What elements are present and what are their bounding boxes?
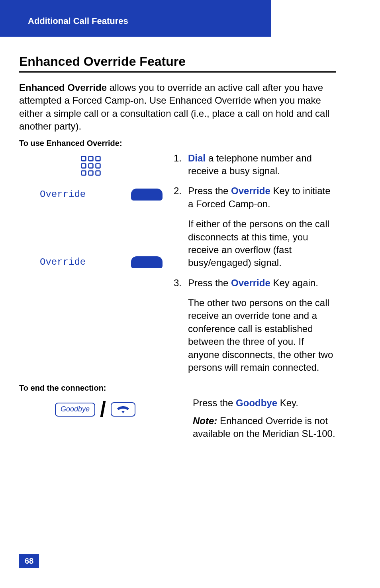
step-body: Press the Override Key again. (188, 277, 336, 289)
svg-rect-1 (89, 156, 93, 161)
steps-list: 1. Dial a telephone number and receive a… (174, 152, 336, 211)
chapter-header: Additional Call Features (0, 0, 271, 37)
step-3: 3. Press the Override Key again. (174, 277, 336, 289)
use-left-column: Override Override (19, 152, 163, 284)
override-key-row-1: Override (19, 189, 163, 201)
svg-rect-0 (82, 156, 86, 161)
press-pre: Press the (193, 397, 236, 408)
handset-down-icon (116, 405, 131, 414)
use-section-columns: Override Override 1. Dial a telephone nu… (19, 152, 336, 382)
step-3-pre: Press the (188, 277, 231, 288)
override-key-name: Override (231, 185, 270, 196)
action-dial: Dial (188, 153, 206, 163)
svg-rect-2 (96, 156, 100, 161)
end-left-column: Goodbye / (19, 397, 163, 418)
hangup-icon-chip (111, 402, 135, 417)
note-paragraph: Note: Enhanced Override is not available… (193, 415, 336, 441)
step-number: 2. (174, 185, 188, 210)
intro-paragraph: Enhanced Override allows you to override… (19, 81, 336, 133)
svg-rect-6 (82, 171, 86, 175)
step-2: 2. Press the Override Key to initiate a … (174, 185, 336, 210)
softkey-icon (131, 189, 163, 201)
override-key-row-2: Override (19, 256, 163, 268)
slash-separator: / (99, 401, 107, 418)
step-1-text: a telephone number and receive a busy si… (188, 153, 312, 176)
goodbye-label-chip: Goodbye (55, 403, 95, 417)
press-post: Key. (277, 397, 298, 408)
svg-rect-7 (89, 171, 93, 175)
intro-feature-name: Enhanced Override (19, 82, 107, 93)
step-2-pre: Press the (188, 185, 231, 196)
step-3-post: Key again. (270, 277, 318, 288)
override-key-label-2: Override (40, 257, 87, 267)
step-3-follow: The other two persons on the call receiv… (188, 297, 336, 374)
use-right-column: 1. Dial a telephone number and receive a… (174, 152, 336, 382)
goodbye-key-name: Goodbye (236, 397, 277, 408)
svg-rect-8 (96, 171, 100, 175)
override-key-name: Override (231, 277, 270, 288)
step-body: Press the Override Key to initiate a For… (188, 185, 336, 210)
step-number: 1. (174, 152, 188, 178)
step-number: 3. (174, 277, 188, 289)
end-subheading: To end the connection: (19, 383, 336, 393)
step-2-follow: If either of the persons on the call dis… (188, 218, 336, 269)
page-content: Enhanced Override Feature Enhanced Overr… (0, 37, 380, 441)
dialpad-icon (19, 155, 163, 177)
steps-list-continued: 3. Press the Override Key again. (174, 277, 336, 289)
step-1: 1. Dial a telephone number and receive a… (174, 152, 336, 178)
softkey-icon (131, 256, 163, 268)
step-body: Dial a telephone number and receive a bu… (188, 152, 336, 178)
override-key-label-1: Override (40, 189, 87, 200)
note-label: Note: (193, 415, 217, 426)
end-section-columns: Goodbye / Press the Goodbye Key. Note: E… (19, 397, 336, 440)
press-goodbye-line: Press the Goodbye Key. (193, 397, 336, 409)
goodbye-key-row: Goodbye / (19, 401, 163, 418)
document-page: Additional Call Features Enhanced Overri… (0, 0, 380, 588)
svg-rect-4 (89, 163, 93, 168)
svg-rect-5 (96, 163, 100, 168)
page-number: 68 (19, 554, 39, 568)
use-subheading: To use Enhanced Override: (19, 139, 336, 148)
chapter-title: Additional Call Features (28, 16, 128, 26)
section-heading: Enhanced Override Feature (19, 54, 336, 73)
svg-rect-3 (82, 163, 86, 168)
end-right-column: Press the Goodbye Key. Note: Enhanced Ov… (174, 397, 336, 440)
